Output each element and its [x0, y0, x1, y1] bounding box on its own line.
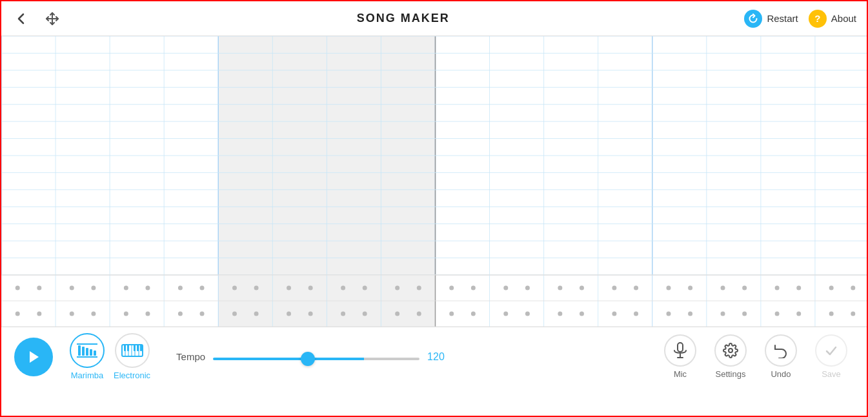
- svg-point-79: [503, 286, 508, 290]
- settings-label: Settings: [716, 369, 746, 379]
- svg-point-110: [471, 312, 476, 316]
- svg-rect-127: [82, 347, 85, 356]
- marimba-icon: [77, 341, 97, 360]
- save-button[interactable]: Save: [809, 331, 854, 383]
- restart-button[interactable]: Restart: [744, 10, 798, 28]
- svg-point-62: [37, 286, 41, 290]
- svg-point-86: [688, 286, 692, 290]
- marimba-icon-wrapper: [70, 333, 105, 368]
- about-button[interactable]: ? About: [809, 10, 856, 28]
- svg-point-69: [232, 286, 237, 290]
- svg-marker-125: [30, 351, 39, 363]
- svg-point-116: [634, 312, 638, 316]
- svg-rect-144: [678, 343, 683, 352]
- svg-point-111: [503, 312, 508, 316]
- svg-point-123: [829, 312, 834, 316]
- svg-rect-141: [134, 345, 136, 351]
- svg-point-109: [449, 312, 454, 316]
- play-button[interactable]: [14, 338, 53, 376]
- svg-point-102: [254, 312, 259, 316]
- svg-rect-129: [90, 349, 92, 356]
- svg-rect-140: [127, 345, 129, 351]
- save-label: Save: [822, 369, 841, 379]
- svg-point-112: [525, 312, 530, 316]
- page-title: SONG MAKER: [62, 12, 744, 25]
- header-right: Restart ? About: [744, 10, 856, 28]
- svg-point-71: [287, 286, 291, 290]
- svg-point-84: [634, 286, 638, 290]
- instrument-group: Marimba: [70, 333, 150, 380]
- svg-point-95: [70, 312, 74, 316]
- mic-icon: [673, 342, 687, 359]
- svg-point-61: [15, 286, 20, 290]
- svg-point-85: [666, 286, 671, 290]
- back-button[interactable]: [12, 9, 31, 28]
- play-icon: [26, 349, 41, 365]
- svg-point-91: [829, 286, 834, 290]
- tempo-value: 120: [427, 351, 450, 363]
- svg-point-107: [395, 312, 399, 316]
- svg-point-115: [612, 312, 616, 316]
- svg-point-88: [742, 286, 747, 290]
- svg-point-67: [178, 286, 183, 290]
- svg-point-93: [15, 312, 20, 316]
- svg-point-83: [612, 286, 616, 290]
- undo-icon: [773, 343, 789, 358]
- save-icon: [824, 343, 838, 358]
- song-grid[interactable]: [1, 36, 867, 327]
- svg-rect-126: [78, 345, 81, 356]
- svg-rect-139: [124, 345, 126, 351]
- svg-point-114: [580, 312, 584, 316]
- svg-point-74: [363, 286, 367, 290]
- svg-point-104: [308, 312, 313, 316]
- back-icon: [14, 12, 28, 26]
- settings-button[interactable]: Settings: [708, 331, 753, 383]
- grid-container[interactable]: [1, 36, 867, 327]
- undo-icon-circle: [765, 334, 797, 367]
- svg-point-147: [729, 349, 732, 352]
- svg-point-108: [417, 312, 421, 316]
- svg-point-81: [558, 286, 562, 290]
- svg-point-65: [124, 286, 128, 290]
- svg-point-80: [525, 286, 530, 290]
- restart-icon: [744, 10, 762, 28]
- svg-point-97: [124, 312, 128, 316]
- header-left: [12, 9, 62, 28]
- marimba-label: Marimba: [71, 371, 104, 380]
- undo-button[interactable]: Undo: [758, 331, 803, 383]
- electronic-button[interactable]: Electronic: [114, 333, 150, 380]
- svg-rect-130: [94, 351, 96, 356]
- svg-point-99: [178, 312, 183, 316]
- svg-point-77: [449, 286, 454, 290]
- svg-rect-143: [140, 345, 142, 351]
- svg-point-113: [558, 312, 562, 316]
- tempo-slider[interactable]: [213, 358, 419, 360]
- svg-point-90: [796, 286, 801, 290]
- toolbar: Marimba: [1, 327, 867, 386]
- svg-point-124: [851, 312, 855, 316]
- save-icon-circle: [815, 334, 847, 367]
- svg-point-76: [417, 286, 421, 290]
- svg-point-101: [232, 312, 237, 316]
- svg-point-92: [851, 286, 855, 290]
- mic-button[interactable]: Mic: [658, 331, 703, 383]
- svg-point-94: [37, 312, 41, 316]
- svg-point-66: [145, 286, 150, 290]
- electronic-label: Electronic: [114, 371, 150, 380]
- tempo-section: Tempo 120: [176, 351, 651, 363]
- svg-point-120: [742, 312, 747, 316]
- marimba-button[interactable]: Marimba: [70, 333, 105, 380]
- settings-icon-circle: [714, 334, 747, 367]
- toolbar-right: Mic Settings Undo: [658, 331, 854, 383]
- about-label: About: [831, 13, 856, 24]
- svg-point-121: [775, 312, 780, 316]
- move-icon: [45, 12, 59, 26]
- electronic-icon-wrapper: [115, 333, 150, 368]
- move-button[interactable]: [43, 9, 62, 28]
- svg-point-63: [70, 286, 74, 290]
- svg-point-82: [580, 286, 584, 290]
- restart-label: Restart: [767, 13, 798, 24]
- settings-icon: [723, 343, 738, 358]
- svg-point-122: [796, 312, 801, 316]
- svg-point-117: [666, 312, 671, 316]
